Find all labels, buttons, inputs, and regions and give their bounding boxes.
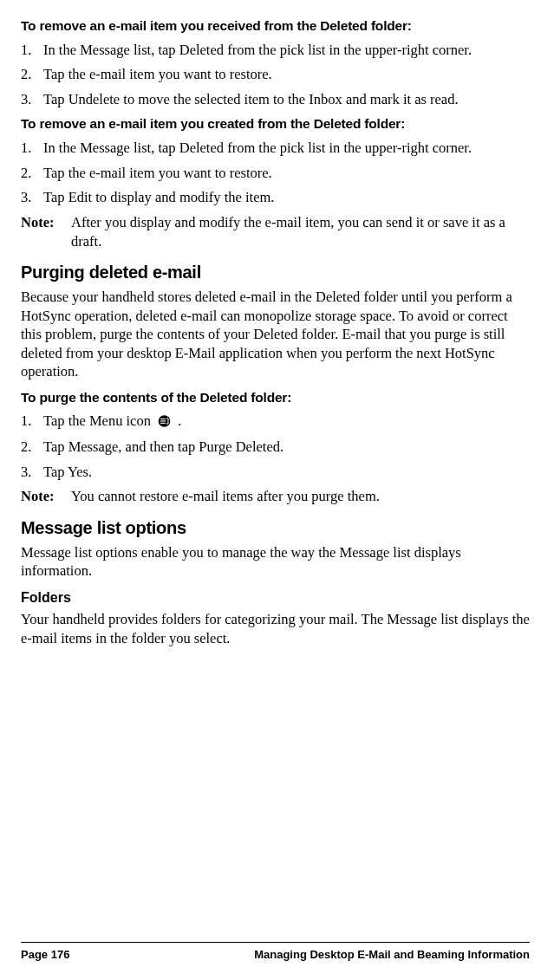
- page-number: Page 176: [21, 948, 69, 961]
- subsection-heading: Folders: [21, 588, 530, 607]
- procedure-heading: To remove an e-mail item you created fro…: [21, 115, 530, 133]
- body-paragraph: Because your handheld stores deleted e-m…: [21, 288, 530, 380]
- step-item: 3.Tap Yes.: [21, 463, 530, 481]
- step-item: 1.In the Message list, tap Deleted from …: [21, 41, 530, 59]
- step-item: 2.Tap the e-mail item you want to restor…: [21, 65, 530, 83]
- section-heading: Message list options: [21, 516, 530, 540]
- svg-rect-2: [160, 420, 166, 421]
- note-body: You cannot restore e-mail items after yo…: [71, 487, 530, 505]
- chapter-title: Managing Desktop E-Mail and Beaming Info…: [254, 948, 530, 961]
- step-item: 1.In the Message list, tap Deleted from …: [21, 139, 530, 157]
- svg-rect-1: [160, 419, 166, 419]
- page-footer: Page 176 Managing Desktop E-Mail and Bea…: [21, 942, 530, 961]
- step-item: 2.Tap the e-mail item you want to restor…: [21, 164, 530, 182]
- note: Note: You cannot restore e-mail items af…: [21, 487, 530, 505]
- step-item: 1. Tap the Menu icon .: [21, 412, 530, 432]
- procedure-heading: To purge the contents of the Deleted fol…: [21, 389, 530, 407]
- step-item: 2.Tap Message, and then tap Purge Delete…: [21, 438, 530, 456]
- note-body: After you display and modify the e-mail …: [71, 213, 530, 250]
- step-list: 1.In the Message list, tap Deleted from …: [21, 139, 530, 206]
- menu-icon: [157, 413, 172, 432]
- procedure-heading: To remove an e-mail item you received fr…: [21, 17, 530, 36]
- note-label: Note:: [21, 487, 71, 505]
- step-item: 3.Tap Undelete to move the selected item…: [21, 90, 530, 108]
- section-heading: Purging deleted e-mail: [21, 261, 530, 284]
- note: Note: After you display and modify the e…: [21, 213, 530, 250]
- note-label: Note:: [21, 213, 71, 250]
- step-list: 1.In the Message list, tap Deleted from …: [21, 41, 530, 108]
- step-item: 3.Tap Edit to display and modify the ite…: [21, 188, 530, 206]
- body-paragraph: Message list options enable you to manag…: [21, 543, 530, 581]
- svg-rect-3: [160, 423, 166, 424]
- body-paragraph: Your handheld provides folders for categ…: [21, 610, 530, 647]
